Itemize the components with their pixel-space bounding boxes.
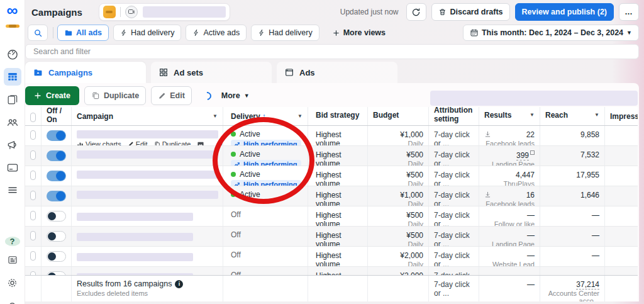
high-performing-badge[interactable]: High performing <box>231 180 301 186</box>
high-performing-badge[interactable]: High performing <box>231 140 301 145</box>
info-icon[interactable]: i <box>175 280 183 288</box>
search-filter-input[interactable] <box>33 47 631 56</box>
campaign-toggle[interactable] <box>47 130 66 141</box>
campaign-cell[interactable] <box>72 146 223 166</box>
result-value[interactable]: — <box>527 271 535 275</box>
result-value[interactable]: 399 <box>516 151 529 160</box>
bid-strategy-cell: Highest volume <box>308 227 368 246</box>
reporting-gauge-icon[interactable] <box>4 45 21 63</box>
campaign-cell[interactable] <box>72 267 223 275</box>
header-budget[interactable]: Budget <box>368 107 429 125</box>
duplicate-action[interactable]: Duplicate <box>154 140 191 145</box>
view-pill-active-ads[interactable]: Active ads <box>186 25 247 41</box>
result-value[interactable]: 22 <box>526 130 535 139</box>
campaign-cell[interactable]: View charts Edit Duplicate ••• <box>72 126 223 145</box>
account-avatar[interactable] <box>6 25 19 28</box>
row-checkbox[interactable] <box>25 126 42 145</box>
review-publish-button[interactable]: Review and publish (2) <box>515 3 614 21</box>
all-tools-menu-icon[interactable] <box>4 181 21 199</box>
header-attribution[interactable]: Attribution setting <box>429 107 479 125</box>
duplicate-button[interactable]: Duplicate <box>84 86 146 105</box>
row-checkbox[interactable] <box>25 247 42 266</box>
campaign-toggle[interactable] <box>47 191 66 201</box>
row-checkbox[interactable] <box>25 267 42 275</box>
high-performing-badge[interactable]: High performing <box>231 160 301 166</box>
row-checkbox[interactable] <box>25 206 42 226</box>
campaign-toggle[interactable] <box>47 251 66 262</box>
campaign-cell[interactable] <box>72 166 223 186</box>
discard-drafts-button[interactable]: Discard drafts <box>431 3 510 21</box>
preview-image-icon[interactable] <box>197 141 204 146</box>
header-results[interactable]: Results▼ <box>479 107 540 125</box>
billing-card-icon[interactable] <box>4 159 21 176</box>
campaign-cell[interactable] <box>72 227 223 246</box>
view-pill-all-ads[interactable]: All ads <box>57 25 109 41</box>
download-icon[interactable] <box>484 191 491 198</box>
results-cell: 16 Facebook leads <box>479 186 540 206</box>
header-bid-strategy[interactable]: Bid strategy <box>308 107 368 125</box>
view-pill-had-delivery-2[interactable]: Had delivery <box>251 25 319 41</box>
row-checkbox[interactable] <box>25 186 42 206</box>
help-icon[interactable]: ? <box>5 237 20 246</box>
notifications-bell-icon[interactable] <box>4 296 21 304</box>
table-footer-row: Results from 16 campaigns i Excludes del… <box>25 275 638 301</box>
view-charts-action[interactable]: View charts <box>77 140 121 145</box>
audiences-icon[interactable] <box>4 113 21 131</box>
campaign-name-redacted <box>77 191 218 199</box>
result-value[interactable]: 4,447 <box>516 171 535 179</box>
date-range-selector[interactable]: This month: Dec 1, 2024 – Dec 3, 2024 ▼ <box>463 25 639 41</box>
more-menu-button[interactable]: More ▼ <box>221 91 250 100</box>
campaign-cell[interactable] <box>72 247 223 266</box>
campaign-toggle[interactable] <box>47 271 66 275</box>
result-value[interactable]: — <box>527 231 535 240</box>
campaign-toggle[interactable] <box>47 231 66 242</box>
delivery-cell: Off <box>223 206 308 226</box>
reach-cell: 1,646 <box>540 186 605 206</box>
result-value[interactable]: — <box>527 211 535 220</box>
settings-gear-icon[interactable] <box>4 274 21 291</box>
ads-manager-icon[interactable] <box>4 68 21 86</box>
chevron-down-icon: ▼ <box>530 112 535 118</box>
more-options-button[interactable]: … <box>619 3 639 21</box>
download-icon[interactable] <box>484 131 491 138</box>
select-all-checkbox[interactable] <box>25 107 42 125</box>
plus-icon <box>34 92 42 99</box>
header-impressions[interactable]: Impressions <box>605 107 638 125</box>
account-selector[interactable] <box>99 3 230 21</box>
plus-icon <box>333 30 340 37</box>
delivery-status: Active <box>240 190 260 199</box>
tab-ads[interactable]: Ads <box>277 62 397 83</box>
updates-icon[interactable] <box>4 251 21 269</box>
result-value[interactable]: — <box>527 251 535 260</box>
row-checkbox[interactable] <box>25 166 42 186</box>
tab-campaigns[interactable]: Campaigns <box>25 62 146 83</box>
create-button[interactable]: Create <box>25 86 79 105</box>
pencil-icon <box>128 141 134 145</box>
campaign-toggle[interactable] <box>47 171 66 181</box>
pages-icon[interactable] <box>4 91 21 108</box>
edit-action[interactable]: Edit <box>128 140 148 145</box>
campaign-toggle[interactable] <box>47 211 66 222</box>
campaign-cell[interactable] <box>72 206 223 226</box>
result-value[interactable]: 16 <box>526 191 535 200</box>
trend-icon <box>234 162 241 166</box>
header-delivery[interactable]: Delivery↑▼ <box>223 107 308 125</box>
row-checkbox[interactable] <box>25 227 42 246</box>
meta-logo-icon[interactable]: ∞ <box>7 3 18 18</box>
edit-button[interactable]: Edit <box>151 86 192 105</box>
footer-reach-total[interactable]: 37,214 <box>576 280 599 290</box>
active-status-dot <box>231 152 236 157</box>
row-checkbox[interactable] <box>25 146 42 166</box>
header-reach[interactable]: Reach▼ <box>540 107 605 125</box>
campaign-toggle[interactable] <box>47 150 66 161</box>
delivery-cell: Active <box>223 186 308 206</box>
megaphone-icon[interactable] <box>4 136 21 154</box>
views-search-button[interactable] <box>28 25 48 41</box>
campaign-cell[interactable] <box>72 186 223 206</box>
refresh-button[interactable] <box>406 3 426 21</box>
reach-cell: — <box>540 267 605 275</box>
view-pill-had-delivery[interactable]: Had delivery <box>113 25 181 41</box>
header-campaign[interactable]: Campaign▼ <box>72 107 223 125</box>
more-views-button[interactable]: More views <box>333 28 386 37</box>
tab-ad-sets[interactable]: Ad sets <box>151 62 272 83</box>
